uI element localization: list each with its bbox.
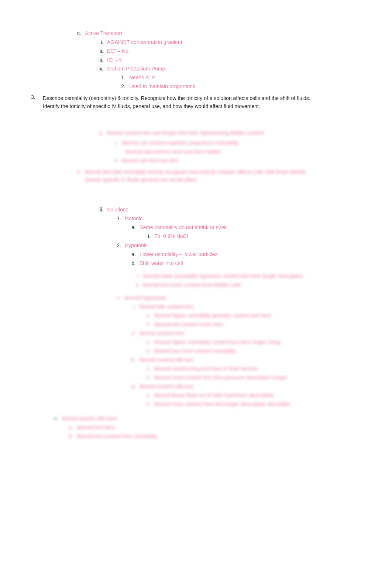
blurred-hypertonic-section: c. blurred hypertonic i. blurred title c… (114, 294, 362, 408)
blurred-c-iii-sub: 1. blurred content long text here IV flu… (144, 365, 362, 382)
blurred-a-header: a. blurred content line one longer text … (96, 129, 362, 137)
blurred-c-sub: i. blurred title content text 1. blurred… (129, 303, 362, 408)
blurred-item4: 4. blurred section title here a. blurred… (52, 415, 362, 440)
hypotonic-b-label: b. (129, 259, 140, 267)
blurred-sub-i-text: blurred sub content maintain proportions… (122, 139, 239, 147)
blurred-c-i: i. blurred title content text (129, 303, 362, 311)
blurred-a-sub-i: i. blurred sub content maintain proporti… (111, 139, 362, 147)
isotonic-a-i-row: i. Ex. 0.9% NaCl (144, 232, 362, 240)
blurred-sub-i-label: i. (111, 139, 122, 147)
sub-item-iii: iii. ICF=K (96, 56, 362, 64)
item3-container: 3. Describe osmolality (osmolarity) & to… (30, 94, 362, 111)
blurred-hypo-ii-label: ii. (133, 281, 143, 289)
hypotonic-sub: a. Lower osmolality→ lower particles b. … (129, 251, 362, 267)
pump-2-text: Used to maintain proportions (129, 83, 195, 90)
isotonic-a-i-text: Ex. 0.9% NaCl (154, 232, 188, 240)
isotonic-a-label: a. (129, 224, 140, 231)
blurred-b-row: b. blurred describe osmolality tonicity … (74, 168, 362, 184)
blurred-a-sub-line2-text: blurred sub content more text here hidde… (125, 148, 221, 156)
sub-iv-label: iv. (96, 65, 107, 73)
section-c-row: c. Active Transport (74, 30, 362, 37)
pump-sub-items: 1. Needs ATP 2. Used to maintain proport… (118, 74, 362, 90)
isotonic-a-text: Same osmolality do not shrink or swell (140, 224, 227, 231)
blurred-c-label: c. (114, 294, 125, 302)
pump-2-label: 2. (118, 83, 129, 90)
blurred-a-row: a. blurred content line one longer text … (96, 129, 362, 137)
sub-ii-text: ECF= Na (107, 47, 128, 55)
sub-iii-label: iii. (96, 56, 107, 64)
blurred-a-sub: i. blurred sub content maintain proporti… (111, 139, 362, 165)
sub-item-ii: ii. ECF= Na (96, 47, 362, 55)
isotonic-label: 1. (114, 215, 125, 223)
pump-item-2: 2. Used to maintain proportions (118, 83, 362, 90)
blurred-section-b: b. blurred describe osmolality tonicity … (74, 168, 362, 184)
blurred-sub-ii-label: ii. (111, 157, 122, 165)
blurred-c-ii: ii. blurred content text (129, 330, 362, 337)
blurred-b-label: b. (74, 168, 85, 176)
solutions-section: iii. Solutions 1. Isotonic a. Same osmol… (30, 206, 362, 440)
pump-1-text: Needs ATP (129, 74, 155, 82)
blurred-hypo-ii-text: blurred text more content here hidden ce… (143, 281, 241, 289)
isotonic-a-i-label: i. (144, 232, 154, 240)
hypotonic-a-label: a. (129, 251, 140, 258)
sub-item-i: i. AGAINST concentration gradient (96, 38, 362, 46)
blurred-a-line1: blurred content line one longer text her… (107, 129, 264, 137)
sub-items-container: i. AGAINST concentration gradient ii. EC… (96, 38, 362, 73)
hypotonic-b-row: b. Shift water into cell (129, 259, 362, 267)
blurred-hypo-i-label: i. (133, 272, 143, 280)
isotonic-a-sub: i. Ex. 0.9% NaCl (144, 232, 362, 240)
isotonic-row: 1. Isotonic (114, 215, 362, 223)
active-transport-label: Active Transport (85, 30, 122, 37)
isotonic-sub: a. Same osmolality do not shrink or swel… (129, 224, 362, 240)
solutions-header: iii. Solutions (96, 206, 362, 214)
hypotonic-b-text: Shift water into cell (140, 259, 183, 267)
solutions-title: Solutions (107, 206, 128, 214)
pump-item-1: 1. Needs ATP (118, 74, 362, 82)
blurred-c-i-sub: 1. blurred higher osmolality particles c… (144, 312, 362, 328)
blurred-hypo-i: i. blurred lower osmolality hypotonic co… (133, 272, 362, 280)
hypotonic-title: Hypotonic (125, 242, 148, 249)
sub-i-text: AGAINST concentration gradient (107, 38, 182, 46)
hypotonic-section: 2. Hypotonic a. Lower osmolality→ lower … (114, 242, 362, 267)
blurred-sub-ii-text: blurred sub item two text (122, 157, 178, 165)
pump-1-label: 1. (118, 74, 129, 82)
blurred-c-iv: iv. blurred content title text (129, 383, 362, 390)
hypotonic-row: 2. Hypotonic (114, 242, 362, 249)
item3-label: 3. (30, 94, 38, 111)
blurred-hypotonic-sub: i. blurred lower osmolality hypotonic co… (133, 272, 362, 289)
isotonic-section: 1. Isotonic a. Same osmolality do not sh… (114, 215, 362, 240)
hypotonic-label: 2. (114, 242, 125, 249)
hypotonic-a-text: Lower osmolality→ lower particles (140, 251, 218, 258)
section-c-label: c. (74, 30, 85, 37)
blurred-a-sub-ii: ii. blurred sub item two text (111, 157, 362, 165)
page-content: c. Active Transport i. AGAINST concentra… (30, 22, 362, 440)
blurred-c-row: c. blurred hypertonic (114, 294, 362, 302)
item3-text: Describe osmolality (osmolarity) & tonic… (43, 94, 323, 111)
blurred-b-text: blurred describe osmolality tonicity rec… (85, 168, 314, 184)
isotonic-a-row: a. Same osmolality do not shrink or swel… (129, 224, 362, 231)
sub-iii-text: ICF=K (107, 56, 122, 64)
blurred-a-sub-line2: blurred sub content more text here hidde… (111, 148, 362, 156)
blurred-section-a: a. blurred content line one longer text … (30, 129, 362, 184)
solutions-iii-row: iii. Solutions (96, 206, 362, 214)
sub-i-label: i. (96, 38, 107, 46)
blurred-c-iii: iii. blurred content title text (129, 356, 362, 364)
blurred-c-iv-sub: 1. blurred draws fluid out of cells hype… (144, 392, 362, 408)
blurred-c-title: blurred hypertonic (125, 294, 166, 302)
hypotonic-a-row: a. Lower osmolality→ lower particles (129, 251, 362, 258)
solutions-iii-label: iii. (96, 206, 107, 214)
blurred-hypo-ii: ii. blurred text more content here hidde… (133, 281, 362, 289)
sub-iv-text: Sodium Potassium Pump (107, 65, 165, 73)
sub-item-iv: iv. Sodium Potassium Pump (96, 65, 362, 73)
blurred-hypo-i-text: blurred lower osmolality hypotonic conte… (143, 272, 303, 280)
sub-ii-label: ii. (96, 47, 107, 55)
blurred-a-label: a. (96, 129, 107, 137)
isotonic-title: Isotonic (125, 215, 142, 223)
blurred-c-ii-sub: 1. blurred higher osmolality content tex… (144, 338, 362, 355)
